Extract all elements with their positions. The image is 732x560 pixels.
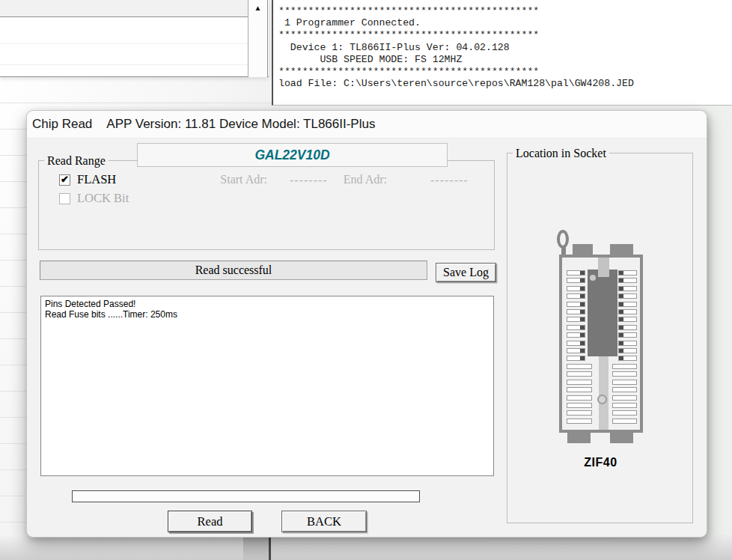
pin-slot [618, 293, 637, 299]
flash-label: FLASH [77, 172, 116, 187]
pin-slot [567, 387, 592, 392]
device-list-rows [0, 18, 248, 76]
status-message: Read successful [195, 264, 272, 276]
pin-slot [618, 341, 637, 346]
device-list-header [0, 0, 248, 17]
pin-slot [567, 293, 585, 299]
pin-slot [612, 395, 637, 401]
lock-checkbox [59, 193, 70, 204]
zif-lever-icon [557, 230, 569, 249]
chip-name-tab: GAL22V10D [137, 143, 448, 167]
scroll-up-icon: ▲ [254, 4, 262, 12]
pin-slot [567, 286, 585, 291]
read-button[interactable]: Read [168, 511, 252, 532]
pin-slot [618, 356, 637, 361]
pin-slot [612, 410, 637, 416]
pin-slot [567, 325, 585, 330]
pin-slot [567, 332, 585, 338]
pin-slot [618, 286, 637, 291]
pin-slot [567, 278, 585, 283]
dialog-title: Chip Read [32, 117, 92, 132]
pin-slot [618, 309, 637, 314]
pin-slot [612, 403, 637, 408]
socket-slider-handle [598, 258, 609, 277]
socket-name: ZIF40 [507, 456, 694, 469]
pin-slot [618, 325, 637, 330]
pin-slot [567, 419, 592, 424]
location-in-socket-label: Location in Socket [513, 146, 609, 160]
progress-bar [72, 490, 420, 502]
log-line: Pins Detected Passed! [45, 299, 489, 309]
console-line: ****************************************… [278, 29, 732, 41]
flash-checkbox[interactable]: ✔ [59, 174, 70, 186]
read-range-group: Read Range ✔ FLASH LOCK Bit Start Adr: -… [38, 160, 495, 250]
socket-screw-icon [597, 395, 607, 404]
console-output: ****************************************… [272, 0, 732, 106]
pin-slot [567, 403, 592, 408]
pin-slot [567, 364, 592, 369]
pin-slot [567, 380, 592, 385]
pin-slot [618, 348, 637, 353]
pin-slot [612, 387, 637, 392]
pin-slot [618, 317, 637, 322]
console-line: ****************************************… [278, 5, 732, 17]
scroll-up-button[interactable]: ▲ [248, 1, 267, 15]
save-log-button[interactable]: Save Log [436, 263, 496, 282]
pin-slot [567, 356, 585, 361]
pin-slot [567, 270, 585, 276]
flash-checkbox-row[interactable]: ✔ FLASH [59, 172, 116, 187]
pin-slot [612, 371, 637, 377]
pin-slot [618, 302, 637, 307]
pin-slot [612, 419, 637, 424]
socket-top-tab-right [610, 244, 633, 255]
bottom-panel-left [0, 535, 243, 560]
chip-name-label: GAL22V10D [254, 147, 329, 163]
bottom-panel-right [271, 535, 732, 560]
end-adr-value: -------- [430, 174, 469, 187]
log-output[interactable]: Pins Detected Passed!Read Fuse bits ....… [40, 296, 494, 476]
console-line: 1 Programmer Connected. [278, 17, 732, 29]
dialog-subtitle: APP Version: 11.81 Device Model: TL866II… [106, 117, 375, 132]
console-line: ****************************************… [278, 66, 732, 78]
pin-slot [567, 302, 585, 307]
lock-label: LOCK Bit [77, 191, 129, 206]
socket-bottom-tab-left [567, 431, 591, 443]
status-bar: Read successful [40, 261, 427, 280]
console-line: Device 1: TL866II-Plus Ver: 04.02.128 [278, 42, 732, 54]
console-line: USB SPEED MODE: FS 12MHZ [278, 54, 732, 66]
socket-top-tab-left [573, 244, 593, 255]
chip-read-dialog: Chip Read APP Version: 11.81 Device Mode… [26, 110, 707, 538]
console-line: load File: C:\Users\teren\source\repos\R… [278, 78, 732, 90]
back-button[interactable]: BACK [281, 511, 367, 532]
pin-slot [618, 278, 637, 283]
bottom-panel-column [243, 535, 269, 560]
pin-slot [567, 317, 585, 322]
read-range-label: Read Range [44, 153, 109, 168]
end-adr-label: End Adr: [312, 173, 387, 186]
app-window: ▲ **************************************… [0, 0, 732, 560]
pin-slot [618, 270, 637, 276]
pin-slot [612, 380, 637, 385]
device-list-scrollbar[interactable]: ▲ [248, 0, 268, 77]
pin-slot [567, 309, 585, 314]
dialog-titlebar: Chip Read APP Version: 11.81 Device Mode… [27, 111, 707, 139]
pin-slot [612, 364, 637, 369]
pin-slot [567, 395, 592, 401]
check-icon: ✔ [61, 174, 69, 185]
pin-slot [567, 348, 585, 353]
device-list: ▲ [0, 0, 269, 77]
lock-checkbox-row: LOCK Bit [59, 191, 129, 206]
pin-slot [567, 371, 592, 377]
log-line: Read Fuse bits ......Timer: 250ms [45, 309, 489, 320]
chip-graphic [588, 270, 617, 356]
bottom-panel [0, 535, 732, 560]
location-in-socket-group: Location in Socket ZIF40 [507, 153, 693, 523]
pin-slot [567, 341, 585, 346]
start-adr-label: Start Adr: [192, 173, 267, 186]
pin-slot [567, 410, 592, 416]
pin-slot [618, 332, 637, 338]
pin1-dot [590, 275, 596, 281]
socket-bottom-tab-right [610, 431, 633, 443]
